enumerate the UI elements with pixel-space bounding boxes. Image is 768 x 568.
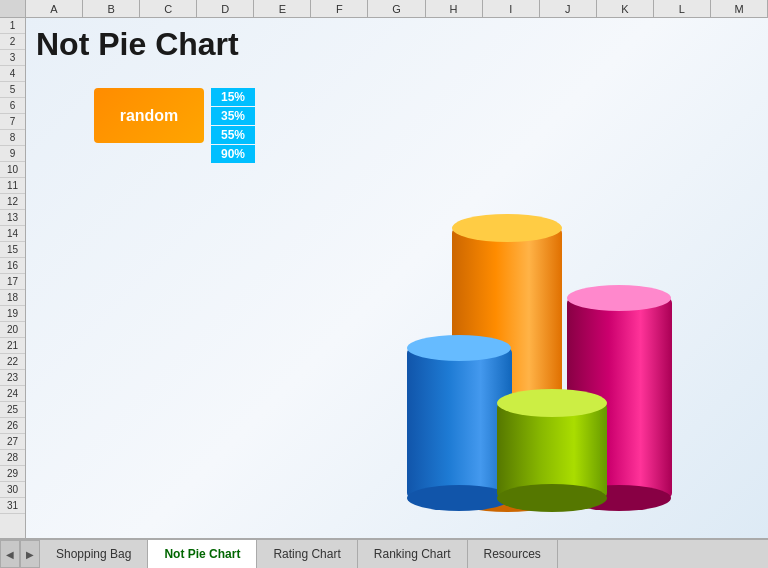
row-24: 24	[0, 386, 25, 402]
row-21: 21	[0, 338, 25, 354]
row-numbers: 1 2 3 4 5 6 7 8 9 10 11 12 13 14 15 16 1…	[0, 18, 26, 538]
col-a: A	[26, 0, 83, 17]
pct-label-0: 15%	[211, 88, 255, 106]
col-g: G	[368, 0, 425, 17]
random-button[interactable]: random	[94, 88, 204, 143]
col-c: C	[140, 0, 197, 17]
row-4: 4	[0, 66, 25, 82]
row-3: 3	[0, 50, 25, 66]
row-16: 16	[0, 258, 25, 274]
cylinder-chart	[326, 78, 758, 518]
col-m: M	[711, 0, 768, 17]
row-29: 29	[0, 466, 25, 482]
tab-next-button[interactable]: ▶	[20, 540, 40, 568]
spreadsheet-body: 1 2 3 4 5 6 7 8 9 10 11 12 13 14 15 16 1…	[0, 18, 768, 538]
row-18: 18	[0, 290, 25, 306]
svg-point-10	[497, 484, 607, 512]
row-12: 12	[0, 194, 25, 210]
col-h: H	[426, 0, 483, 17]
pct-label-1: 35%	[211, 107, 255, 125]
row-8: 8	[0, 130, 25, 146]
corner-cell	[0, 0, 26, 17]
column-header: A B C D E F G H I J K L M	[0, 0, 768, 18]
col-e: E	[254, 0, 311, 17]
col-i: I	[483, 0, 540, 17]
row-28: 28	[0, 450, 25, 466]
tab-bar: ◀ ▶ Shopping Bag Not Pie Chart Rating Ch…	[0, 538, 768, 568]
row-20: 20	[0, 322, 25, 338]
row-7: 7	[0, 114, 25, 130]
tab-shopping-bag[interactable]: Shopping Bag	[40, 540, 148, 568]
row-26: 26	[0, 418, 25, 434]
row-6: 6	[0, 98, 25, 114]
row-2: 2	[0, 34, 25, 50]
row-23: 23	[0, 370, 25, 386]
svg-point-11	[497, 389, 607, 417]
row-13: 13	[0, 210, 25, 226]
row-30: 30	[0, 482, 25, 498]
row-27: 27	[0, 434, 25, 450]
percentage-labels: 15% 35% 55% 90%	[211, 88, 255, 163]
svg-point-7	[407, 485, 511, 511]
row-5: 5	[0, 82, 25, 98]
svg-point-2	[452, 214, 562, 242]
row-17: 17	[0, 274, 25, 290]
tab-ranking-chart[interactable]: Ranking Chart	[358, 540, 468, 568]
row-31: 31	[0, 498, 25, 514]
svg-rect-9	[497, 403, 607, 498]
chart-content-area: Not Pie Chart random 15% 35% 55% 90%	[26, 18, 768, 538]
row-14: 14	[0, 226, 25, 242]
chart-svg	[352, 208, 732, 518]
col-j: J	[540, 0, 597, 17]
row-25: 25	[0, 402, 25, 418]
row-9: 9	[0, 146, 25, 162]
col-f: F	[311, 0, 368, 17]
col-l: L	[654, 0, 711, 17]
svg-point-5	[567, 285, 671, 311]
pct-label-2: 55%	[211, 126, 255, 144]
tab-rating-chart[interactable]: Rating Chart	[257, 540, 357, 568]
row-22: 22	[0, 354, 25, 370]
svg-point-8	[407, 335, 511, 361]
row-19: 19	[0, 306, 25, 322]
col-d: D	[197, 0, 254, 17]
row-15: 15	[0, 242, 25, 258]
row-11: 11	[0, 178, 25, 194]
row-10: 10	[0, 162, 25, 178]
row-1: 1	[0, 18, 25, 34]
tab-resources[interactable]: Resources	[468, 540, 558, 568]
svg-rect-6	[407, 348, 512, 498]
col-k: K	[597, 0, 654, 17]
col-b: B	[83, 0, 140, 17]
pct-label-3: 90%	[211, 145, 255, 163]
tab-not-pie-chart[interactable]: Not Pie Chart	[148, 540, 257, 568]
tab-prev-button[interactable]: ◀	[0, 540, 20, 568]
chart-title: Not Pie Chart	[36, 26, 239, 63]
